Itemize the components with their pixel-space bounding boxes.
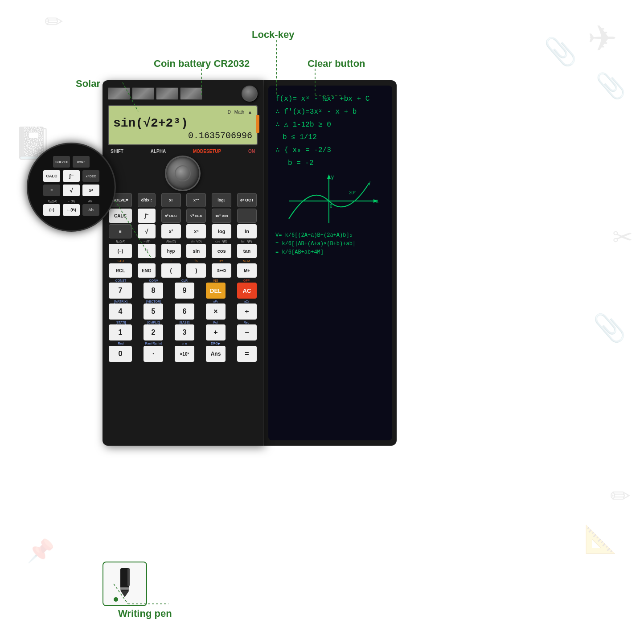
key-x2[interactable]: x²: [161, 224, 181, 238]
solar-lock-area: [108, 86, 258, 102]
key-calc[interactable]: CALC: [109, 209, 132, 223]
formula-line-2: = k/6[|AB+(A+a)×(B+b)+ab|: [275, 240, 385, 248]
key-divide[interactable]: ÷: [237, 304, 257, 320]
key-x3-dec[interactable]: x³ DEC: [161, 209, 181, 223]
key-minus[interactable]: −: [237, 324, 257, 340]
zoom-key-x3dec[interactable]: x³ DEC: [82, 170, 99, 182]
key-e-oct[interactable]: eⁿ OCT: [237, 193, 257, 207]
key-rcl[interactable]: RCL: [109, 263, 132, 278]
solar-panels: [108, 87, 202, 100]
zoom-circle: SOLVE= d/dx·: CALC ∫⁻ x³ DEC ≡ √ x² f(△)…: [27, 143, 116, 232]
key-equals[interactable]: =: [237, 346, 257, 362]
zoom-circle-content: SOLVE= d/dx·: CALC ∫⁻ x³ DEC ≡ √ x² f(△)…: [28, 144, 115, 230]
zoom-key-calc[interactable]: CALC: [43, 170, 60, 182]
key-sin[interactable]: sin: [186, 244, 206, 258]
key-dot[interactable]: ·: [144, 346, 163, 362]
nav-ring[interactable]: [165, 156, 201, 191]
zoom-key-neg[interactable]: (−): [43, 204, 60, 216]
key-ddx[interactable]: d/dx·:: [138, 193, 156, 207]
key-exp[interactable]: ×10ˣ: [175, 346, 194, 362]
zoom-key-solve[interactable]: SOLVE=: [53, 156, 70, 168]
key-plus[interactable]: +: [206, 324, 226, 340]
display-math-indicator: Math: [234, 110, 244, 115]
key-9[interactable]: 9: [175, 283, 194, 299]
key-7[interactable]: 7: [109, 283, 132, 299]
writing-pen-label: Writing pen: [118, 608, 172, 619]
bg-deco-pencil-1: ✏: [45, 9, 63, 35]
key-mplus[interactable]: M+: [237, 263, 257, 278]
nav-center[interactable]: [175, 165, 191, 181]
zoom-key-ab[interactable]: Ab: [82, 204, 99, 216]
num-labels-row2: [MATRIX] [VECTOR] nPr nCr: [109, 300, 257, 303]
key-eng[interactable]: ENG: [138, 263, 156, 278]
svg-text:l: l: [369, 180, 370, 187]
calculator-display: D Math ▲ sin(√2+2³) 0.1635706996: [108, 105, 258, 145]
key-lparen[interactable]: (: [161, 263, 181, 278]
math-line-2: ∴ f'(x)=3x² - x + b: [275, 106, 385, 119]
key-0[interactable]: 0: [109, 346, 132, 362]
zoom-key-equiv[interactable]: ≡: [43, 185, 60, 196]
zoom-key-arrow[interactable]: ←(B): [63, 204, 80, 216]
solar-cell-1: [108, 87, 130, 100]
key-6[interactable]: 6: [175, 304, 194, 320]
key-tan[interactable]: tan: [237, 244, 257, 258]
zoom-key-x2b[interactable]: x²: [82, 185, 99, 196]
zoom-key-ddx[interactable]: d/dx·:: [73, 156, 90, 168]
pen-box: [103, 562, 147, 606]
key-empty-1: [237, 209, 257, 223]
zoom-row-3: ≡ √ x²: [43, 185, 99, 196]
key-cos[interactable]: cos: [212, 244, 231, 258]
control-labels-row: SHIFT ALPHA MODESETUP ON: [108, 149, 258, 154]
key-sqrt-hex[interactable]: √⁶ HEX: [186, 209, 206, 223]
svg-text:x: x: [376, 198, 378, 204]
svg-rect-10: [127, 568, 130, 586]
key-del[interactable]: DEL: [206, 283, 226, 299]
key-2[interactable]: 2: [144, 324, 163, 340]
display-result: 0.1635706996: [188, 131, 252, 141]
key-3[interactable]: 3: [175, 324, 194, 340]
key-sqrt[interactable]: √: [138, 224, 156, 238]
key-neg[interactable]: (−): [109, 244, 132, 258]
key-degree[interactable]: °'': [138, 244, 156, 258]
zoom-key-integral[interactable]: ∫⁻: [63, 170, 80, 182]
display-triangle: ▲: [248, 110, 252, 115]
key-1[interactable]: 1: [109, 324, 132, 340]
key-log-down[interactable]: log↓: [212, 193, 231, 207]
key-rparen[interactable]: ): [186, 263, 206, 278]
key-xn[interactable]: xⁿ: [186, 224, 206, 238]
graph-svg: x y 0 30° l: [275, 174, 391, 228]
zoom-key-sqrt2[interactable]: √: [63, 185, 80, 196]
key-4[interactable]: 4: [109, 304, 132, 320]
sto-labels-row: STO ← i °/₀ ≡Y M- M: [109, 259, 257, 263]
key-integral[interactable]: ∫⁻: [138, 209, 156, 223]
graph-area: x y 0 30° l: [275, 174, 385, 228]
key-equiv[interactable]: ≡: [109, 224, 132, 238]
key-5[interactable]: 5: [144, 304, 163, 320]
key-ln[interactable]: ln: [237, 224, 257, 238]
tablet-screen: f(x)= x³ - ½x² +bx + C ∴ f'(x)=3x² - x +…: [268, 86, 392, 440]
key-log[interactable]: log: [212, 224, 231, 238]
solar-cell-3: [156, 87, 178, 100]
key-hyp[interactable]: hyp: [161, 244, 181, 258]
key-ac[interactable]: AC: [237, 283, 257, 299]
on-label: ON: [248, 149, 255, 154]
key-10-bin[interactable]: 10° BIN: [212, 209, 231, 223]
function-key-area: SOLVE= d/dx·: x! x⁻¹ log↓ eⁿ OCT CALC ∫⁻…: [108, 193, 258, 362]
bg-deco-scissors: ✂: [612, 223, 633, 251]
display-orange-bar: [256, 115, 259, 133]
mode-label: MODESETUP: [193, 149, 221, 154]
lock-key-label: Lock-key: [252, 29, 294, 41]
writing-pen-area: [103, 562, 147, 606]
display-expression: sin(√2+2³): [113, 116, 252, 130]
key-multiply[interactable]: ×: [206, 304, 226, 320]
lock-key-button[interactable]: [242, 86, 258, 102]
svg-rect-12: [120, 587, 129, 590]
key-factorial[interactable]: x!: [161, 193, 181, 207]
clear-button-label: Clear button: [308, 58, 365, 70]
key-xi[interactable]: x⁻¹: [186, 193, 206, 207]
key-sd[interactable]: S⇔D: [212, 263, 231, 278]
key-ans[interactable]: Ans: [206, 346, 226, 362]
key-8[interactable]: 8: [144, 283, 163, 299]
numrow-123: 1 2 3 + −: [109, 324, 257, 340]
math-line-1: f(x)= x³ - ½x² +bx + C: [275, 93, 385, 106]
